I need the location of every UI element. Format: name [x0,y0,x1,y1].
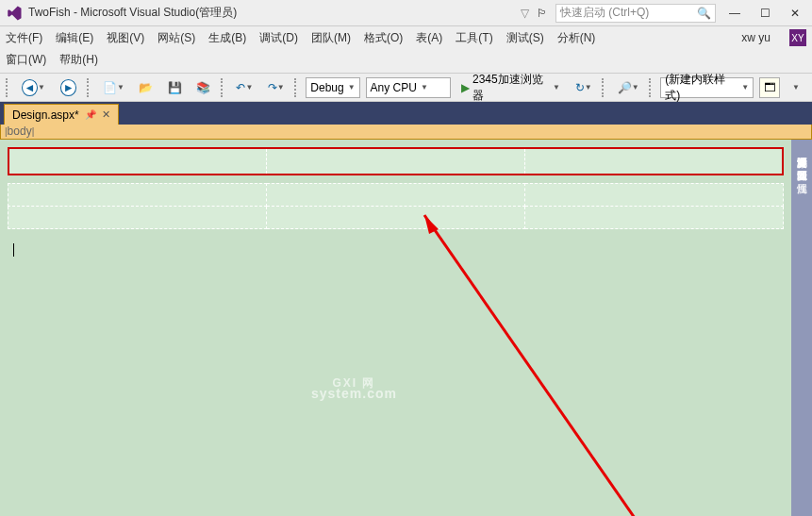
browser-link-button[interactable]: ↻▼ [571,77,596,98]
new-project-button[interactable]: 📄▼ [98,77,128,98]
search-icon: 🔍 [697,7,711,20]
forward-button[interactable]: ► [56,77,81,98]
toolbar-grip[interactable] [649,78,653,97]
toolbar-grip[interactable] [6,78,9,97]
redo-button[interactable]: ↷▼ [263,77,289,98]
menu-window[interactable]: 窗口(W) [6,52,46,68]
undo-button[interactable]: ↶▼ [232,77,257,98]
vs-logo-icon [6,5,23,22]
menu-tools[interactable]: 工具(T) [456,30,492,46]
menu-test[interactable]: 测试(S) [506,30,544,46]
menu-debug[interactable]: 调试(D) [259,30,298,46]
menu-team[interactable]: 团队(M) [311,30,351,46]
minimize-button[interactable]: — [723,4,746,23]
menu-analyze[interactable]: 分析(N) [557,30,596,46]
menu-file[interactable]: 文件(F) [6,30,42,46]
menu-help[interactable]: 帮助(H) [59,52,98,68]
toolbar-grip[interactable] [87,78,91,97]
save-button[interactable]: 💾 [163,77,186,98]
pin-icon[interactable]: 📌 [85,109,96,120]
table-element[interactable] [8,183,784,229]
style-dropdown[interactable]: (新建内联样式)▼ [660,77,754,98]
document-tabstrip: Design.aspx* 📌 ✕ [0,102,812,125]
menu-format[interactable]: 格式(O) [364,30,403,46]
tag-breadcrumb[interactable]: |body| [0,125,812,140]
close-button[interactable]: ✕ [784,4,806,23]
selected-table[interactable] [8,147,784,175]
find-button[interactable]: 🔎▼ [613,77,643,98]
window-title: TwoFish - Microsoft Visual Studio(管理员) [28,5,237,21]
run-button[interactable]: ▶ 2345加速浏览器 ▼ [456,77,565,98]
toolbar-grip[interactable] [221,78,224,97]
side-tab-properties[interactable]: 属性 [793,170,811,181]
svg-line-0 [424,215,660,516]
open-button[interactable]: 📂 [134,77,157,98]
platform-dropdown[interactable]: Any CPU▼ [366,77,451,98]
maximize-button[interactable]: ☐ [754,4,776,23]
menu-website[interactable]: 网站(S) [157,30,195,46]
menu-edit[interactable]: 编辑(E) [56,30,93,46]
overflow-button[interactable]: ▼ [786,77,806,98]
user-name[interactable]: xw yu [741,31,771,44]
design-canvas[interactable]: GXI 网 system.com [0,140,791,516]
back-button[interactable]: ◄▼ [17,77,50,98]
config-dropdown[interactable]: Debug▼ [306,77,359,98]
menu-build[interactable]: 生成(B) [208,30,246,46]
tab-label: Design.aspx* [12,108,79,122]
menu-view[interactable]: 视图(V) [107,30,144,46]
save-all-button[interactable]: 📚 [191,77,214,98]
quick-launch-input[interactable]: 快速启动 (Ctrl+Q) 🔍 [555,4,716,23]
toolbar-grip[interactable] [602,78,605,97]
close-icon[interactable]: ✕ [102,108,110,121]
watermark: GXI 网 system.com [311,375,397,401]
side-tab-solution-explorer[interactable]: 解决方案资源管理器 [793,143,811,155]
menu-table[interactable]: 表(A) [416,30,442,46]
document-tab[interactable]: Design.aspx* 📌 ✕ [4,104,119,125]
user-avatar[interactable]: XY [789,29,806,46]
style-apply-button[interactable]: 🗔 [759,77,780,98]
quick-launch-placeholder: 快速启动 (Ctrl+Q) [560,5,697,21]
side-tab-team-explorer[interactable]: 团队资源管理器 [793,157,811,168]
notifications-icon[interactable]: 🏳 [537,7,548,20]
toolbar-grip[interactable] [294,78,298,97]
filter-icon[interactable]: ▽ [521,7,529,20]
text-cursor [13,243,14,257]
